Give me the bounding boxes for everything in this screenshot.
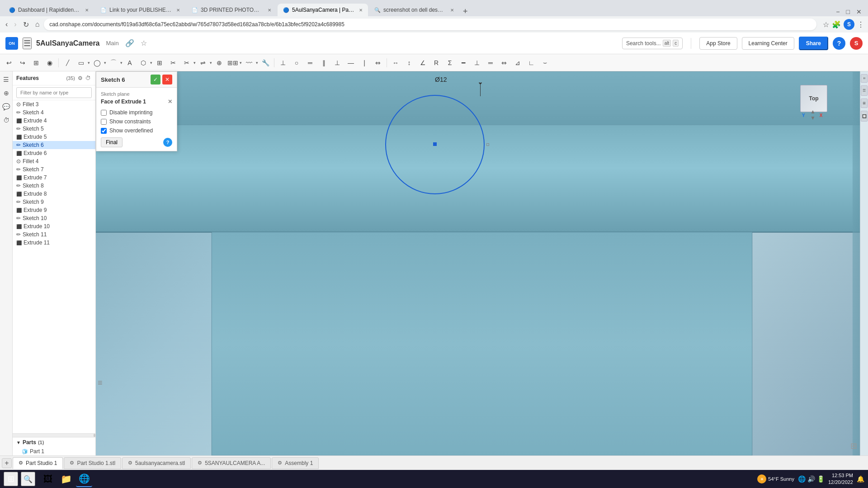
toolbar-dim-radius[interactable]: R xyxy=(430,56,443,69)
bookmark-button[interactable]: ☆ xyxy=(823,20,829,29)
menu-button[interactable]: ⋮ xyxy=(857,20,864,29)
sketch-option-1[interactable]: Disable imprinting xyxy=(101,109,172,116)
network-icon[interactable]: 🌐 xyxy=(798,475,806,483)
toolbar-sum[interactable]: Σ xyxy=(443,56,456,69)
forward-button[interactable]: › xyxy=(12,19,18,29)
view-cube-box[interactable]: Top xyxy=(800,85,827,112)
share-button[interactable]: Share xyxy=(799,37,828,50)
bookmark-star-button[interactable]: ☆ xyxy=(141,39,147,47)
toolbar-arc-dim[interactable]: ⌣ xyxy=(538,56,551,69)
tab-1[interactable]: 🔵 Dashboard | RapidIdentity ✕ xyxy=(4,4,94,16)
feature-scroll-indicator[interactable] xyxy=(13,433,95,437)
learning-center-button[interactable]: Learning Center xyxy=(742,37,794,50)
toolbar-dim-horiz[interactable]: ↔ xyxy=(389,56,402,69)
feature-item-sketch8[interactable]: ✏ Sketch 8 xyxy=(13,182,95,190)
right-panel-item-3[interactable]: ⊞ xyxy=(861,99,868,108)
toolbar-constraint-sym[interactable]: ⇔ xyxy=(372,56,384,69)
arc-chevron-icon[interactable]: ▾ xyxy=(120,61,123,65)
new-tab-button[interactable]: + xyxy=(460,7,471,16)
taskbar-search-button[interactable]: 🔍 xyxy=(21,472,35,486)
user-avatar[interactable]: S xyxy=(850,37,863,50)
extensions-button[interactable]: 🧩 xyxy=(832,20,841,29)
home-button[interactable]: ⌂ xyxy=(33,19,42,29)
taskbar-app-chrome[interactable]: 🌐 xyxy=(76,471,92,487)
toolbar-constraint-perp[interactable]: ⊥ xyxy=(331,56,344,69)
tab-4-close[interactable]: ✕ xyxy=(359,8,363,13)
toolbar-midpoint[interactable]: ⊿ xyxy=(511,56,524,69)
battery-icon[interactable]: 🔋 xyxy=(817,475,825,483)
minimize-button[interactable]: − xyxy=(833,7,842,16)
feature-item-extrude10[interactable]: ⬛ Extrude 10 xyxy=(13,222,95,230)
chevron-down-icon[interactable]: ▾ xyxy=(88,61,90,65)
parts-header[interactable]: ▼ Parts (1) xyxy=(13,437,95,447)
toolbar-equal-dist[interactable]: ═ xyxy=(484,56,497,69)
toolbar-constraint-equal[interactable]: ═ xyxy=(304,56,316,69)
profile-button[interactable]: S xyxy=(844,19,854,30)
refresh-button[interactable]: ↻ xyxy=(21,19,31,30)
feature-item-extrude11[interactable]: ⬛ Extrude 11 xyxy=(13,239,95,247)
tab-4[interactable]: 🔵 5AulSanyaCamera | Part Studio 1 ✕ xyxy=(278,4,368,16)
feature-item-extrude9[interactable]: ⬛ Extrude 9 xyxy=(13,206,95,214)
sidebar-add-icon[interactable]: ⊕ xyxy=(1,88,12,99)
toolbar-rectangle[interactable]: ▭ xyxy=(75,56,87,69)
feature-item-sketch10[interactable]: ✏ Sketch 10 xyxy=(13,214,95,222)
toolbar-constraint-tangent[interactable]: ○ xyxy=(290,56,303,69)
tab-2[interactable]: 📄 Link to your PUBLISHED Instruc... ✕ xyxy=(95,4,185,16)
toolbar-refresh[interactable]: ◉ xyxy=(43,56,56,69)
right-panel-item-1[interactable]: ≡ xyxy=(861,74,868,83)
right-panel-item-4[interactable]: 🔲 xyxy=(861,111,868,122)
feature-item-fillet3[interactable]: ⊙ Fillet 3 xyxy=(13,100,95,108)
toolbar-copy[interactable]: ⊞ xyxy=(30,56,42,69)
view-cube-up-arrow[interactable]: ▲ xyxy=(810,108,816,115)
toolbar-spline[interactable]: 〰 xyxy=(243,56,255,69)
feature-item-sketch5[interactable]: ✏ Sketch 5 xyxy=(13,125,95,133)
taskbar-app-pictures[interactable]: 🖼 xyxy=(40,471,56,487)
feature-item-sketch4[interactable]: ✏ Sketch 4 xyxy=(13,108,95,117)
feature-item-sketch7[interactable]: ✏ Sketch 7 xyxy=(13,165,95,174)
toolbar-arc[interactable]: ⌒ xyxy=(107,56,120,69)
close-button[interactable]: ✕ xyxy=(854,7,864,16)
search-tools[interactable]: Search tools... alt c xyxy=(622,38,683,49)
toolbar-dim-vert[interactable]: ↕ xyxy=(403,56,415,69)
toolbar-text[interactable]: A xyxy=(123,56,136,69)
toolbar-baseline[interactable]: ⊥ xyxy=(471,56,483,69)
view-cube-down-arrow[interactable]: ▼ xyxy=(810,115,816,121)
windows-start-button[interactable]: ⊞ xyxy=(4,472,18,486)
tab-2-close[interactable]: ✕ xyxy=(176,8,180,13)
toolbar-trim[interactable]: ✂ xyxy=(167,56,179,69)
sketch-option-3[interactable]: Show overdefined xyxy=(101,127,172,134)
toolbar-use-projection[interactable]: 🔧 xyxy=(259,56,272,69)
sketch-option-3-checkbox[interactable] xyxy=(101,128,107,134)
feature-item-extrude6[interactable]: ⬛ Extrude 6 xyxy=(13,149,95,157)
tab-3[interactable]: 📄 3D PRINTED PHOTOGRAPHER T... ✕ xyxy=(186,4,277,16)
app-store-button[interactable]: App Store xyxy=(699,37,737,50)
viewport[interactable]: Sketch Face of Extrude xyxy=(96,71,868,455)
bottom-tab-part-studio-stl[interactable]: ⚙ Part Studio 1.stl xyxy=(64,457,121,469)
toolbar-circle[interactable]: ◯ xyxy=(91,56,104,69)
tab-1-close[interactable]: ✕ xyxy=(85,8,89,13)
circle-chevron-icon[interactable]: ▾ xyxy=(104,61,106,65)
feature-panel-history-btn[interactable]: ⏱ xyxy=(85,74,92,82)
bottom-tab-5sanyaulcamera[interactable]: ⚙ 5SANYAULCAMERA A... xyxy=(192,457,271,469)
bottom-tab-assembly-1[interactable]: ⚙ Assembly 1 xyxy=(272,457,319,469)
link-icon-button[interactable]: 🔗 xyxy=(123,38,136,48)
tab-5[interactable]: 🔍 screenshot on dell desktop - Go... ✕ xyxy=(369,4,459,16)
polygon-chevron-icon[interactable]: ▾ xyxy=(150,61,152,65)
toolbar-constraint-coincident[interactable]: ⊥ xyxy=(277,56,289,69)
sketch-option-2[interactable]: Show constraints xyxy=(101,118,172,125)
feature-item-extrude5[interactable]: ⬛ Extrude 5 xyxy=(13,133,95,141)
sidebar-comments-icon[interactable]: 💬 xyxy=(1,101,12,112)
help-button[interactable]: ? xyxy=(833,37,845,50)
sketch-final-button[interactable]: Final xyxy=(101,137,123,147)
toolbar-constraint-vert[interactable]: | xyxy=(358,56,371,69)
taskbar-app-explorer[interactable]: 📁 xyxy=(58,471,74,487)
toolbar-construction[interactable]: ⊞ xyxy=(153,56,166,69)
taskbar-clock[interactable]: 12:53 PM 12/20/2022 xyxy=(828,472,853,486)
feature-item-extrude7[interactable]: ⬛ Extrude 7 xyxy=(13,174,95,182)
toolbar-pattern[interactable]: ⊞⊞ xyxy=(226,56,239,69)
hamburger-menu[interactable]: ☰ xyxy=(23,38,32,49)
bottom-tab-5aulsanyacamera-stl[interactable]: ⚙ 5aulsanyacamera.stl xyxy=(122,457,191,469)
toolbar-symmetric[interactable]: ⇔ xyxy=(498,56,510,69)
feature-panel-settings-btn[interactable]: ⚙ xyxy=(77,74,84,82)
feature-item-sketch11[interactable]: ✏ Sketch 11 xyxy=(13,230,95,239)
